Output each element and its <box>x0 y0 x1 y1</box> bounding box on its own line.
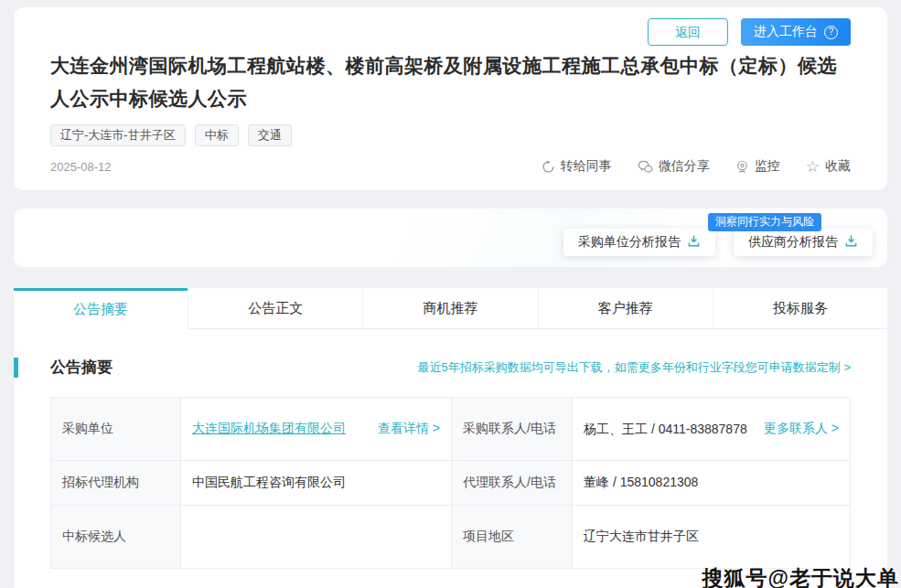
tab-business-recommend[interactable]: 商机推荐 <box>362 288 537 329</box>
purchase-contact-value: 杨工、王工 / 0411-83887878 <box>584 419 756 439</box>
forward-icon <box>542 160 555 174</box>
tab-announcement-body[interactable]: 公告正文 <box>188 288 362 329</box>
tab-bidding-service[interactable]: 投标服务 <box>713 288 887 329</box>
data-export-hint-link[interactable]: 最近5年招标采购数据均可导出下载，如需更多年份和行业字段您可申请数据定制 > <box>418 359 851 376</box>
tag-row: 辽宁-大连市-甘井子区 中标 交通 <box>50 124 851 146</box>
purchaser-report-label: 采购单位分析报告 <box>578 234 681 251</box>
table-row: 招标代理机构 中国民航工程咨询有限公司 代理联系人/电话 董峰 / 158108… <box>51 461 851 506</box>
insight-tooltip-badge: 洞察同行实力与风险 <box>708 213 821 231</box>
download-icon <box>844 234 858 251</box>
section-accent-bar <box>14 358 18 378</box>
tab-customer-recommend[interactable]: 客户推荐 <box>538 288 713 329</box>
purchase-contact-cell: 杨工、王工 / 0411-83887878 更多联系人 > <box>573 398 851 461</box>
workbench-button-label: 进入工作台 <box>754 24 818 40</box>
content-card: 公告摘要 公告正文 商机推荐 客户推荐 投标服务 公告摘要 最近5年招标采购数据… <box>14 288 887 588</box>
monitor-label: 监控 <box>755 158 780 175</box>
publish-date: 2025-08-12 <box>50 160 112 174</box>
region-tag: 辽宁-大连市-甘井子区 <box>50 124 186 146</box>
favorite-label: 收藏 <box>825 158 851 175</box>
tab-bar: 公告摘要 公告正文 商机推荐 客户推荐 投标服务 <box>14 288 887 329</box>
more-contacts-link[interactable]: 更多联系人 > <box>764 421 839 437</box>
page: 返回 进入工作台 ? 大连金州湾国际机场工程航站楼、楼前高架桥及附属设施工程施工… <box>0 7 901 588</box>
purchaser-company-link[interactable]: 大连国际机场集团有限公司 <box>192 421 346 437</box>
type-tag: 中标 <box>195 124 239 146</box>
industry-tag: 交通 <box>248 124 292 146</box>
purchase-contact-label: 采购联系人/电话 <box>452 398 573 461</box>
winning-candidate-label: 中标候选人 <box>51 506 181 569</box>
help-question-icon: ? <box>824 26 838 39</box>
wechat-icon <box>638 160 653 174</box>
purchaser-analysis-report-button[interactable]: 采购单位分析报告 <box>563 229 715 256</box>
section-head: 公告摘要 最近5年招标采购数据均可导出下载，如需更多年份和行业字段您可申请数据定… <box>50 357 851 378</box>
favorite-button[interactable]: ☆ 收藏 <box>806 158 851 175</box>
wechat-share-label: 微信分享 <box>659 158 710 175</box>
back-button[interactable]: 返回 <box>648 18 728 46</box>
summary-table: 采购单位 大连国际机场集团有限公司 查看详情 > 采购联系人/电话 杨工、王工 … <box>50 397 851 569</box>
project-region-label: 项目地区 <box>452 506 573 569</box>
agency-value: 中国民航工程咨询有限公司 <box>181 461 452 506</box>
agency-label: 招标代理机构 <box>51 461 181 506</box>
forward-to-colleague-button[interactable]: 转给同事 <box>542 158 612 175</box>
supplier-report-label: 供应商分析报告 <box>748 234 838 251</box>
analysis-reports-card: 洞察同行实力与风险 采购单位分析报告 供应商分析报告 <box>14 208 887 267</box>
view-details-link[interactable]: 查看详情 > <box>378 421 440 437</box>
page-title: 大连金州湾国际机场工程航站楼、楼前高架桥及附属设施工程施工总承包中标（定标）候选… <box>50 49 851 115</box>
wechat-share-button[interactable]: 微信分享 <box>638 158 710 175</box>
monitor-button[interactable]: 监控 <box>735 158 780 175</box>
supplier-analysis-report-button[interactable]: 供应商分析报告 <box>734 229 873 256</box>
monitor-icon <box>735 160 749 174</box>
meta-row: 2025-08-12 转给同事 微信分享 <box>50 158 851 175</box>
summary-heading: 公告摘要 <box>50 357 113 378</box>
star-icon: ☆ <box>806 159 820 175</box>
summary-panel: 公告摘要 最近5年招标采购数据均可导出下载，如需更多年份和行业字段您可申请数据定… <box>14 329 887 569</box>
purchaser-label: 采购单位 <box>51 398 181 461</box>
purchaser-cell: 大连国际机场集团有限公司 查看详情 > <box>181 398 452 461</box>
agency-contact-label: 代理联系人/电话 <box>452 461 573 506</box>
enter-workbench-button[interactable]: 进入工作台 ? <box>741 18 851 46</box>
tab-announcement-summary[interactable]: 公告摘要 <box>14 288 188 329</box>
table-row: 中标候选人 项目地区 辽宁大连市甘井子区 <box>51 506 851 569</box>
sohu-watermark: 搜狐号@老于说大单 <box>703 564 899 588</box>
topbar: 返回 进入工作台 ? <box>50 18 851 46</box>
winning-candidate-value <box>181 506 452 569</box>
announcement-header-card: 返回 进入工作台 ? 大连金州湾国际机场工程航站楼、楼前高架桥及附属设施工程施工… <box>14 7 887 190</box>
project-region-value: 辽宁大连市甘井子区 <box>573 506 851 569</box>
download-icon <box>687 234 701 251</box>
forward-label: 转给同事 <box>561 158 612 175</box>
action-row: 转给同事 微信分享 监控 ☆ 收藏 <box>542 158 851 175</box>
table-row: 采购单位 大连国际机场集团有限公司 查看详情 > 采购联系人/电话 杨工、王工 … <box>51 398 851 461</box>
agency-contact-value: 董峰 / 15810821308 <box>573 461 851 506</box>
